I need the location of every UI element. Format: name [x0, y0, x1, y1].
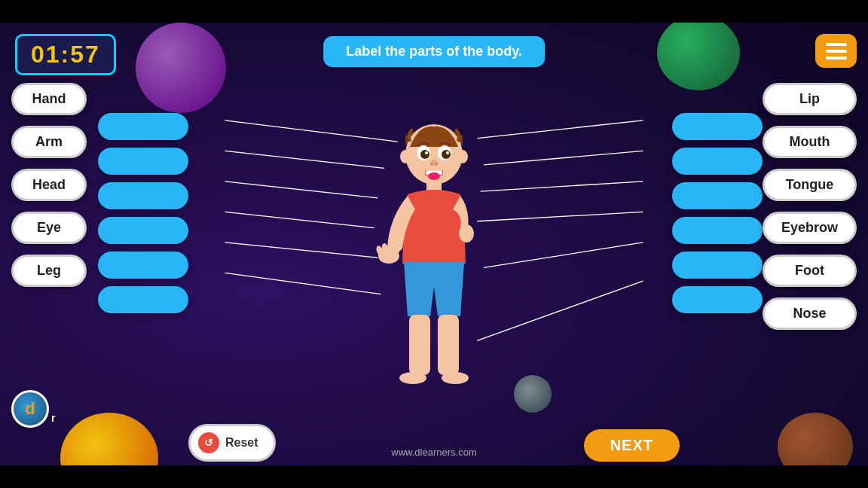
svg-line-3 [225, 212, 374, 227]
svg-point-20 [446, 151, 449, 154]
label-nose[interactable]: Nose [763, 297, 857, 330]
svg-rect-36 [409, 315, 430, 375]
svg-point-23 [435, 163, 438, 166]
label-leg[interactable]: Leg [11, 255, 87, 287]
svg-point-19 [425, 151, 428, 154]
center-area [98, 75, 770, 420]
next-button[interactable]: NEXT [584, 429, 680, 462]
label-lip[interactable]: Lip [763, 83, 857, 115]
menu-line-3 [826, 56, 847, 59]
label-eyebrow[interactable]: Eyebrow [763, 212, 857, 244]
label-hand[interactable]: Hand [11, 83, 87, 115]
label-tongue[interactable]: Tongue [763, 169, 857, 201]
svg-point-37 [399, 372, 426, 384]
svg-line-5 [225, 273, 381, 294]
menu-line-1 [826, 43, 847, 46]
svg-rect-38 [438, 315, 459, 375]
instruction-box: Label the parts of the body. [323, 36, 545, 67]
label-eye[interactable]: Eye [11, 212, 87, 244]
svg-point-28 [457, 150, 468, 163]
label-foot[interactable]: Foot [763, 255, 857, 287]
reset-icon: ↺ [198, 432, 219, 453]
content-area: 01:57 Label the parts of the body. Hand … [0, 23, 868, 465]
svg-point-18 [442, 150, 451, 159]
label-mouth[interactable]: Mouth [763, 126, 857, 158]
label-arm[interactable]: Arm [11, 126, 87, 158]
left-labels-container: Hand Arm Head Eye Leg [11, 83, 87, 287]
reset-button[interactable]: ↺ Reset [188, 424, 276, 462]
svg-point-17 [420, 150, 429, 159]
top-bar [0, 0, 868, 23]
right-labels-container: Lip Mouth Tongue Eyebrow Foot Nose [763, 83, 857, 330]
label-head[interactable]: Head [11, 169, 87, 201]
partial-label: r [51, 412, 55, 424]
menu-button[interactable] [815, 34, 857, 68]
svg-point-27 [400, 150, 411, 163]
reset-label: Reset [225, 436, 258, 450]
svg-point-39 [442, 372, 469, 384]
timer-display: 01:57 [15, 34, 116, 75]
svg-line-4 [225, 242, 378, 258]
website-text: www.dlearners.com [391, 447, 476, 458]
menu-line-2 [826, 50, 847, 53]
svg-point-26 [428, 172, 440, 180]
svg-line-2 [225, 181, 378, 198]
svg-point-35 [459, 224, 474, 242]
svg-point-22 [430, 163, 433, 166]
bottom-bar [0, 465, 868, 488]
character-figure [359, 98, 509, 444]
dlearners-logo: d [11, 390, 49, 428]
